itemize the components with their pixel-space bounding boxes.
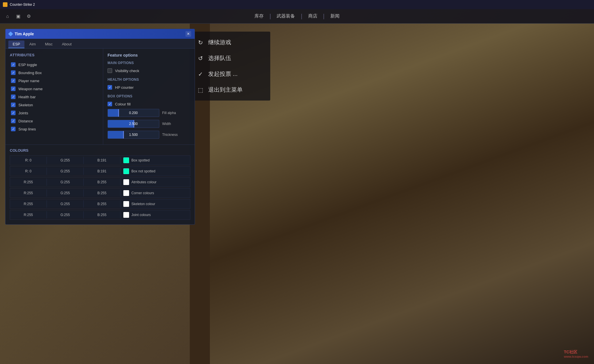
checkbox-bounding-box[interactable] bbox=[11, 70, 16, 75]
checkbox-distance[interactable] bbox=[11, 119, 16, 123]
attr-esp-toggle[interactable]: ESP toggle bbox=[10, 61, 99, 69]
colour-row-1[interactable]: R: 0 G:255 B:191 Box not spotted bbox=[10, 166, 190, 176]
attr-snap-lines[interactable]: Snap lines bbox=[10, 125, 99, 133]
menu-exit-label: 退出到主菜单 bbox=[208, 86, 243, 94]
tab-aim[interactable]: Aim bbox=[25, 41, 40, 48]
thickness-handle[interactable] bbox=[123, 131, 124, 138]
colour-row-4[interactable]: R:255 G:255 B:255 Skeleton colour bbox=[10, 199, 190, 209]
settings-icon[interactable]: ⚙ bbox=[26, 13, 32, 20]
attr-health-bar-label: Health bar bbox=[18, 95, 36, 99]
swatch-icon-5 bbox=[123, 212, 129, 218]
attr-distance-label: Distance bbox=[18, 119, 33, 123]
thickness-row: 1.500 Thickness bbox=[108, 129, 190, 140]
menu-continue-label: 继续游戏 bbox=[208, 38, 231, 46]
colour-swatch-5[interactable]: Joint colours bbox=[120, 210, 190, 219]
checkbox-player-name[interactable] bbox=[11, 78, 16, 83]
colour-label-0: Box spotted bbox=[131, 158, 150, 162]
attr-esp-toggle-label: ESP toggle bbox=[18, 63, 37, 67]
checkbox-hp-counter[interactable] bbox=[108, 85, 112, 90]
checkbox-esp-toggle[interactable] bbox=[11, 62, 16, 67]
nav-links: 库存 | 武器装备 | 商店 | 新闻 bbox=[251, 13, 343, 20]
attr-distance[interactable]: Distance bbox=[10, 117, 99, 125]
attr-skeleton-label: Skeleton bbox=[18, 103, 33, 107]
fill-alpha-handle[interactable] bbox=[118, 109, 119, 117]
select-team-icon: ↺ bbox=[197, 55, 204, 62]
colour-r-4: R:255 bbox=[10, 200, 47, 208]
colour-label-3: Corner colours bbox=[131, 191, 154, 195]
colour-r-5: R:255 bbox=[10, 211, 47, 219]
width-value: 2.500 bbox=[129, 122, 138, 126]
watermark-brand: TC社区 bbox=[564, 350, 588, 355]
colour-r-2: R:255 bbox=[10, 178, 47, 186]
colour-g-4: G:255 bbox=[47, 200, 84, 208]
tab-misc[interactable]: Misc bbox=[41, 41, 57, 48]
attr-snap-lines-label: Snap lines bbox=[18, 127, 36, 131]
thickness-fill bbox=[108, 131, 123, 138]
panel-tabs: ESP Aim Misc About bbox=[5, 39, 195, 49]
checkbox-colour-fill[interactable] bbox=[108, 102, 112, 106]
tab-about[interactable]: About bbox=[58, 41, 76, 48]
fill-alpha-slider[interactable]: 0.200 bbox=[108, 109, 159, 117]
continue-icon: ↻ bbox=[197, 39, 204, 46]
checkbox-visibility-check[interactable] bbox=[108, 68, 112, 73]
menu-continue[interactable]: ↻ 继续游戏 bbox=[190, 34, 270, 50]
colour-row-0[interactable]: R: 0 G:255 B:191 Box spotted bbox=[10, 155, 190, 165]
colour-row-5[interactable]: R:255 G:255 B:255 Joint colours bbox=[10, 210, 190, 220]
inventory-icon[interactable]: ▣ bbox=[15, 13, 21, 20]
checkbox-health-bar[interactable] bbox=[11, 95, 16, 99]
attributes-column: Attributes ESP toggle Bounding Box Playe… bbox=[5, 49, 103, 145]
colour-row-3[interactable]: R:255 G:255 B:255 Corner colours bbox=[10, 188, 190, 198]
nav-inventory[interactable]: 库存 bbox=[251, 13, 267, 19]
attr-weapon-name[interactable]: Weapon name bbox=[10, 85, 99, 93]
esp-panel: Tim Apple × ESP Aim Misc About Attribute… bbox=[5, 29, 195, 225]
checkbox-joints[interactable] bbox=[11, 111, 16, 115]
checkbox-weapon-name[interactable] bbox=[11, 86, 16, 91]
colour-swatch-3[interactable]: Corner colours bbox=[120, 188, 190, 198]
box-options-title: Box options bbox=[108, 94, 190, 98]
attr-bounding-box[interactable]: Bounding Box bbox=[10, 69, 99, 77]
colour-g-1: G:255 bbox=[47, 167, 84, 175]
home-icon[interactable]: ⌂ bbox=[4, 13, 11, 20]
attr-joints[interactable]: Joints bbox=[10, 109, 99, 117]
swatch-icon-1 bbox=[123, 168, 129, 174]
colour-swatch-4[interactable]: Skeleton colour bbox=[120, 199, 190, 209]
colour-label-2: Atrributes colour bbox=[131, 180, 156, 184]
feature-options-title: Feature options bbox=[108, 53, 190, 57]
colour-g-2: G:255 bbox=[47, 178, 84, 186]
nav-shop[interactable]: 商店 bbox=[305, 13, 321, 19]
visibility-check-row[interactable]: Visibility check bbox=[108, 67, 190, 74]
attr-health-bar[interactable]: Health bar bbox=[10, 93, 99, 101]
swatch-icon-4 bbox=[123, 201, 129, 207]
navbar-icons: ⌂ ▣ ⚙ bbox=[4, 13, 32, 20]
colour-r-3: R:255 bbox=[10, 189, 47, 197]
colour-fill-label: Colour fill bbox=[115, 102, 131, 106]
tab-esp[interactable]: ESP bbox=[8, 41, 24, 48]
panel-close-button[interactable]: × bbox=[185, 31, 191, 37]
nav-weapons[interactable]: 武器装备 bbox=[273, 13, 298, 19]
thickness-slider[interactable]: 1.500 bbox=[108, 131, 159, 139]
colour-swatch-2[interactable]: Atrributes colour bbox=[120, 178, 190, 187]
attr-skeleton[interactable]: Skeleton bbox=[10, 101, 99, 109]
colour-row-2[interactable]: R:255 G:255 B:255 Atrributes colour bbox=[10, 177, 190, 187]
attr-player-name[interactable]: Player name bbox=[10, 77, 99, 85]
menu-select-team[interactable]: ↺ 选择队伍 bbox=[190, 50, 270, 66]
colour-fill-row[interactable]: Colour fill bbox=[108, 101, 190, 107]
nav-news[interactable]: 新闻 bbox=[327, 13, 343, 19]
feature-column: Feature options Main options Visibility … bbox=[103, 49, 195, 145]
attr-weapon-name-label: Weapon name bbox=[18, 87, 43, 91]
panel-body: Attributes ESP toggle Bounding Box Playe… bbox=[5, 49, 195, 145]
swatch-icon-3 bbox=[123, 190, 129, 196]
width-slider[interactable]: 2.500 bbox=[108, 120, 159, 128]
watermark-url: www.tcsqw.com bbox=[564, 355, 588, 358]
hp-counter-row[interactable]: HP counter bbox=[108, 84, 190, 91]
menu-vote[interactable]: ✓ 发起投票 ... bbox=[190, 66, 270, 82]
attr-bounding-box-label: Bounding Box bbox=[18, 71, 42, 75]
colour-swatch-1[interactable]: Box not spotted bbox=[120, 167, 190, 176]
checkbox-snap-lines[interactable] bbox=[11, 127, 16, 131]
colour-swatch-0[interactable]: Box spotted bbox=[120, 156, 190, 165]
menu-exit[interactable]: ⬚ 退出到主菜单 bbox=[190, 82, 270, 98]
width-label: Width bbox=[162, 122, 182, 126]
watermark: TC社区 www.tcsqw.com bbox=[564, 350, 588, 358]
checkbox-skeleton[interactable] bbox=[11, 103, 16, 107]
health-options-title: Health options bbox=[108, 78, 190, 82]
